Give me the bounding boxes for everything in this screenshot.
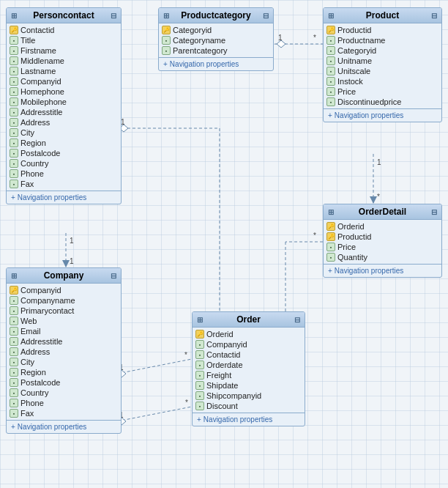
- svg-text:*: *: [184, 351, 187, 359]
- personcontact-nav[interactable]: + Navigation properties: [7, 191, 121, 204]
- field-orderid: 🔑 Orderid: [193, 329, 305, 339]
- field-shipdate: ▪ Shipdate: [193, 380, 305, 391]
- svg-marker-3: [277, 40, 285, 48]
- field-email: ▪ Email: [7, 326, 121, 336]
- product-nav[interactable]: + Navigation properties: [324, 108, 441, 122]
- field-companyid: ▪ Companyid: [7, 76, 121, 86]
- field-companyid: 🔑 Companyid: [7, 285, 121, 295]
- field-icon: ▪: [10, 347, 18, 356]
- company-icon-left: ⊞: [11, 272, 17, 280]
- key-icon: 🔑: [326, 232, 335, 241]
- company-fields: 🔑 Companyid ▪ Companyname ▪ Primaryconta…: [7, 284, 121, 420]
- field-city: ▪ City: [7, 357, 121, 367]
- svg-text:*: *: [313, 34, 316, 42]
- nav-plus-icon: +: [197, 415, 201, 424]
- field-icon: ▪: [10, 317, 18, 325]
- field-icon: ▪: [10, 409, 18, 418]
- order-icon-right[interactable]: ⊟: [294, 316, 300, 324]
- field-city: ▪ City: [7, 127, 121, 138]
- orderdetail-nav[interactable]: + Navigation properties: [324, 264, 441, 277]
- order-fields: 🔑 Orderid ▪ Companyid ▪ Contactid ▪ Orde…: [193, 328, 305, 413]
- nav-label: Navigation properties: [18, 193, 87, 202]
- company-nav[interactable]: + Navigation properties: [7, 420, 121, 433]
- field-contactid: 🔑 Contactid: [7, 25, 121, 35]
- productcategory-icon-left: ⊞: [163, 12, 169, 20]
- field-productid: 🔑 Productid: [324, 232, 441, 242]
- field-icon: ▪: [326, 56, 335, 65]
- orderdetail-icon-left: ⊞: [328, 208, 334, 216]
- field-fax: ▪ Fax: [7, 408, 121, 418]
- field-icon: ▪: [10, 399, 18, 407]
- personcontact-header: ⊞ Personcontact ⊟: [7, 8, 121, 23]
- field-orderdate: ▪ Orderdate: [193, 360, 305, 370]
- field-contactid: ▪ Contactid: [193, 350, 305, 360]
- field-icon: ▪: [10, 77, 18, 86]
- orderdetail-icon-right[interactable]: ⊟: [431, 208, 437, 216]
- personcontact-icon-right[interactable]: ⊟: [111, 12, 116, 20]
- field-freight: ▪ Freight: [193, 370, 305, 380]
- field-categoryname: ▪ Categoryname: [159, 35, 273, 45]
- field-icon: ▪: [10, 138, 18, 147]
- field-icon: ▪: [195, 350, 204, 359]
- product-icon-right[interactable]: ⊟: [431, 12, 437, 20]
- productcategory-entity: ⊞ Productcategory ⊟ 🔑 Categoryid ▪ Categ…: [158, 7, 274, 71]
- field-companyid: ▪ Companyid: [193, 339, 305, 350]
- field-address: ▪ Address: [7, 117, 121, 127]
- nav-label: Navigation properties: [335, 111, 404, 119]
- nav-plus-icon: +: [328, 267, 332, 275]
- order-entity: ⊞ Order ⊟ 🔑 Orderid ▪ Companyid ▪ Contac…: [192, 311, 305, 426]
- field-orderid: 🔑 Orderid: [324, 221, 441, 232]
- field-homephone: ▪ Homephone: [7, 86, 121, 97]
- field-fax: ▪ Fax: [7, 179, 121, 189]
- svg-marker-7: [370, 196, 377, 204]
- productcategory-icon-right[interactable]: ⊟: [263, 12, 269, 20]
- product-title: Product: [334, 10, 431, 21]
- field-icon: ▪: [326, 77, 335, 86]
- field-addresstitle: ▪ Addresstitle: [7, 336, 121, 347]
- field-icon: ▪: [10, 67, 18, 75]
- field-addresstitle: ▪ Addresstitle: [7, 107, 121, 117]
- field-postalcode: ▪ Postalcode: [7, 377, 121, 388]
- field-icon: ▪: [10, 149, 18, 158]
- field-icon: ▪: [195, 402, 204, 410]
- field-unitname: ▪ Unitname: [324, 56, 441, 66]
- field-icon: ▪: [326, 97, 335, 106]
- nav-label: Navigation properties: [170, 60, 239, 68]
- order-nav[interactable]: + Navigation properties: [193, 413, 305, 426]
- order-title: Order: [203, 314, 294, 325]
- field-lastname: ▪ Lastname: [7, 66, 121, 76]
- field-quantity: ▪ Quantity: [324, 252, 441, 262]
- svg-text:1: 1: [70, 257, 74, 265]
- product-icon-left: ⊞: [328, 12, 334, 20]
- key-icon: 🔑: [162, 26, 171, 34]
- svg-text:*: *: [185, 399, 188, 407]
- field-icon: ▪: [195, 381, 204, 390]
- field-unitscale: ▪ Unitscale: [324, 66, 441, 76]
- key-icon: 🔑: [10, 286, 18, 295]
- field-icon: ▪: [10, 46, 18, 55]
- productcategory-title: Productcategory: [169, 10, 263, 21]
- field-icon: ▪: [326, 46, 335, 55]
- field-icon: ▪: [10, 118, 18, 127]
- field-region: ▪ Region: [7, 367, 121, 377]
- key-icon: 🔑: [10, 26, 18, 34]
- company-entity: ⊞ Company ⊟ 🔑 Companyid ▪ Companyname ▪ …: [6, 267, 122, 434]
- field-icon: ▪: [10, 128, 18, 137]
- field-price: ▪ Price: [324, 242, 441, 252]
- field-firstname: ▪ Firstname: [7, 45, 121, 56]
- field-icon: ▪: [10, 97, 18, 106]
- order-header: ⊞ Order ⊟: [193, 312, 305, 328]
- field-address: ▪ Address: [7, 347, 121, 357]
- productcategory-nav[interactable]: + Navigation properties: [159, 57, 273, 70]
- nav-label: Navigation properties: [335, 267, 404, 275]
- key-icon: 🔑: [326, 26, 335, 34]
- orderdetail-title: OrderDetail: [334, 207, 431, 217]
- field-icon: ▪: [162, 46, 171, 55]
- field-icon: ▪: [10, 327, 18, 336]
- company-icon-right[interactable]: ⊟: [111, 272, 116, 280]
- field-postalcode: ▪ Postalcode: [7, 148, 121, 158]
- field-icon: ▪: [10, 358, 18, 366]
- field-country: ▪ Country: [7, 388, 121, 398]
- personcontact-entity: ⊞ Personcontact ⊟ 🔑 Contactid ▪ Title ▪ …: [6, 7, 122, 204]
- field-productid: 🔑 Productid: [324, 25, 441, 35]
